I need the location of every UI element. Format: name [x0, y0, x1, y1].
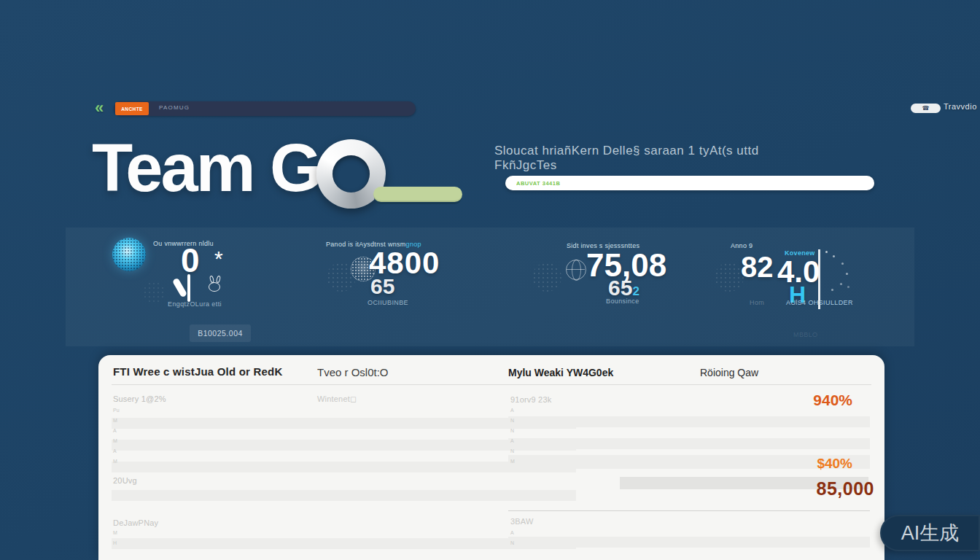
table-row [112, 440, 576, 451]
decor-bar [187, 274, 190, 302]
stat2-subvalue: 65 [370, 276, 394, 298]
table-row [112, 418, 576, 429]
section-divider [508, 510, 870, 511]
row-marker: N [510, 448, 515, 454]
col-header-4[interactable]: Röioing Qaw [700, 367, 758, 378]
stat4-sublabel: AUlS4 OHSIULLDER [786, 299, 853, 306]
table-row [508, 416, 870, 427]
row-marker: M [113, 418, 120, 424]
table-row [112, 490, 576, 501]
row-marker-column: PuMAMAM [113, 408, 120, 464]
row-marker: M [113, 438, 120, 444]
scatter-dots-decor [825, 251, 828, 253]
stat2-sublabel: OCIIUBINBE [368, 299, 408, 306]
rating-value-2: $40% [817, 456, 852, 472]
top-badge-button[interactable]: ANCHTE [115, 102, 149, 115]
stat3-subvalue: 652 [608, 277, 639, 299]
topright-label: Travvdio [944, 102, 977, 111]
row1-cell1: Susery 1@2% [113, 394, 166, 403]
row-marker: M [510, 459, 515, 464]
stat4-value: 82 [741, 252, 774, 281]
stat4-foot: MBBLO [793, 331, 818, 338]
header-divider [112, 384, 871, 385]
dot-grid-decor [715, 262, 744, 292]
col-header-3[interactable]: Mylu Weaki YW4G0ek [508, 367, 613, 378]
row-marker-column: AN [510, 530, 514, 546]
tagline: Sloucat hriañKern Delle§ saraan 1 tyAt(s… [494, 144, 815, 173]
row-marker: A [113, 448, 120, 454]
table-row [112, 538, 576, 549]
top-nav-label: PAOMUG [159, 104, 190, 111]
flower-icon: * [214, 248, 223, 270]
table-row [112, 462, 576, 472]
stat3-sublabel: Bounsince [606, 298, 639, 305]
section2-right-label: 3BAW [510, 517, 534, 526]
section2-left-label: DeJawPNay [113, 518, 158, 527]
dashboard-page: « PAOMUG ANCHTE ☎ Travvdio Team G Slouca… [0, 0, 980, 560]
table-card: FTI Wree c wistJua Old or RedK Tveo r Os… [98, 355, 884, 560]
stat3-subvalue-text: 65 [608, 276, 632, 300]
row-marker: M [113, 459, 120, 464]
row-marker: A [510, 408, 515, 413]
logo-text: Team G [92, 134, 320, 201]
stat1-sublabel: EngqtzOLura etti [168, 300, 222, 308]
row-marker: N [510, 418, 515, 424]
stat1-value: 0 [181, 244, 200, 277]
ai-watermark: AI生成 [880, 515, 980, 551]
table-row [508, 438, 870, 449]
row-marker: N [510, 540, 514, 546]
table-row [508, 537, 870, 548]
row-marker-column: ANNANM [510, 408, 515, 464]
dot-grid-decor [532, 262, 561, 292]
dot-grid-decor [143, 281, 165, 303]
stat3-subvalue-accent: 2 [632, 284, 639, 298]
bunny-icon [209, 276, 222, 292]
row1-cell3: 91orv9 23k [510, 395, 551, 404]
globe-sphere-icon [112, 238, 146, 271]
rating-value-1: 940% [813, 392, 852, 409]
row-marker-column: MH [113, 530, 117, 546]
row1-cell2: Wintenet◻ [317, 394, 357, 404]
rating-value-3: 85,000 [817, 478, 874, 499]
row-marker: A [510, 438, 515, 444]
stat4-label: Anno 9 [731, 242, 752, 249]
row-marker: M [113, 530, 117, 536]
row-marker: A [510, 530, 514, 536]
table-row [508, 455, 870, 469]
row-marker: A [113, 428, 120, 434]
stat1-badge: B10025.004 [190, 324, 251, 342]
row2-label: 20Uvg [113, 476, 137, 485]
globe-wire-icon [566, 260, 586, 280]
phone-icon[interactable]: ☎ [911, 104, 941, 113]
row-marker: Pu [113, 408, 120, 413]
col-header-1[interactable]: FTI Wree c wistJua Old or RedK [113, 365, 282, 378]
stat4-foot-left: Hom [750, 299, 764, 306]
col-header-2[interactable]: Tveo r Osl0t:O [317, 366, 389, 378]
back-chevron-icon[interactable]: « [95, 98, 104, 117]
row-marker: H [113, 540, 117, 546]
logo-progress-bar [373, 187, 462, 202]
row-marker: N [510, 428, 515, 434]
search-input[interactable] [505, 176, 874, 190]
